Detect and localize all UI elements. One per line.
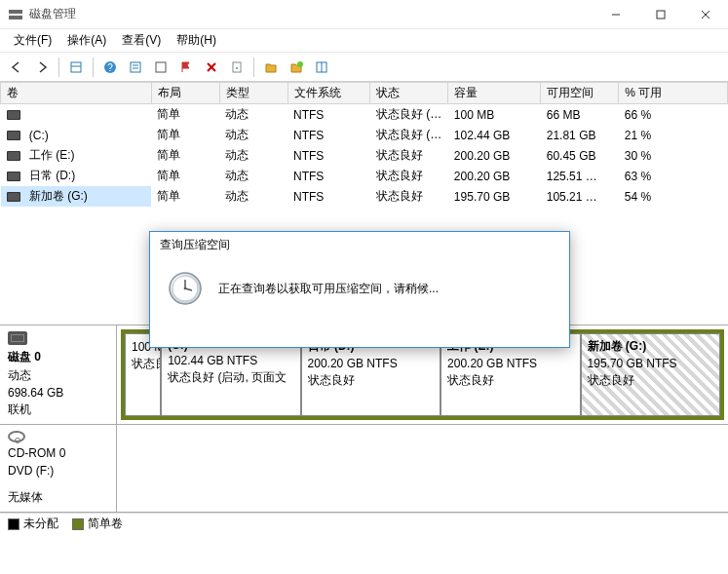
menubar: 文件(F) 操作(A) 查看(V) 帮助(H) [0, 29, 728, 53]
volume-icon [7, 172, 20, 181]
legend-unallocated: 未分配 [8, 516, 58, 532]
svg-text:?: ? [107, 62, 113, 73]
back-button[interactable] [6, 57, 27, 78]
partition-status: 状态良好 (启动, 页面文 [168, 369, 293, 386]
partition-size: 200.20 GB NTFS [447, 357, 573, 370]
dialog-message: 正在查询卷以获取可用压缩空间，请稍候... [218, 281, 439, 297]
svg-point-17 [236, 67, 238, 69]
partition-status: 状态良好 [447, 372, 573, 389]
table-row[interactable]: 工作 (E:)简单动态NTFS状态良好200.20 GB60.45 GB30 % [1, 145, 728, 166]
table-row[interactable]: 新加卷 (G:)简单动态NTFS状态良好195.70 GB105.21 …54 … [1, 186, 728, 207]
col-volume[interactable]: 卷 [1, 83, 152, 104]
partition-title: 新加卷 (G:) [588, 338, 713, 355]
table-row[interactable]: 日常 (D:)简单动态NTFS状态良好200.20 GB125.51 …63 % [1, 166, 728, 186]
svg-rect-13 [156, 62, 166, 72]
partition-size: 195.70 GB NTFS [588, 357, 713, 370]
cdrom-info[interactable]: CD-ROM 0 DVD (F:) 无媒体 [0, 425, 117, 512]
legend-simple-volume: 简单卷 [72, 516, 123, 532]
flag-button[interactable] [175, 57, 197, 78]
disk-0-title: 磁盘 0 [8, 349, 108, 365]
close-button[interactable] [683, 0, 728, 29]
layout-button[interactable] [311, 57, 332, 78]
volume-icon [7, 192, 20, 202]
cdrom-icon [8, 431, 25, 442]
app-icon [8, 7, 23, 22]
help-button[interactable]: ? [99, 57, 121, 78]
cdrom-title: CD-ROM 0 [8, 446, 108, 460]
col-status[interactable]: 状态 [370, 83, 448, 104]
window-title: 磁盘管理 [29, 6, 76, 22]
menu-file[interactable]: 文件(F) [6, 30, 59, 51]
disk-0-type: 动态 [8, 367, 108, 384]
clock-icon [168, 271, 203, 306]
toolbar: ? [0, 53, 728, 82]
svg-rect-3 [657, 11, 665, 19]
open-button[interactable] [260, 57, 282, 78]
disk-0-size: 698.64 GB [8, 386, 108, 400]
partition-size: 102.44 GB NTFS [168, 354, 293, 367]
volume-icon [7, 151, 20, 161]
table-row[interactable]: (C:)简单动态NTFS状态良好 (…102.44 GB21.81 GB21 % [1, 125, 728, 145]
cdrom-state: 无媒体 [8, 489, 108, 506]
disk-0-info[interactable]: 磁盘 0 动态 698.64 GB 联机 [0, 325, 117, 424]
svg-rect-10 [131, 62, 140, 72]
col-free[interactable]: 可用空间 [541, 83, 619, 104]
cdrom-sub: DVD (F:) [8, 464, 108, 478]
list-button[interactable] [125, 57, 146, 78]
partition[interactable]: 新加卷 (G:)195.70 GB NTFS状态良好 [581, 333, 720, 416]
svg-point-18 [297, 61, 303, 67]
table-row[interactable]: 简单动态NTFS状态良好 (…100 MB66 MB66 % [1, 104, 728, 126]
volume-icon [7, 131, 20, 140]
partition-size: 200.20 GB NTFS [308, 357, 434, 370]
views-button[interactable] [65, 57, 87, 78]
col-pct[interactable]: % 可用 [619, 83, 728, 104]
table-header: 卷 布局 类型 文件系统 状态 容量 可用空间 % 可用 [1, 83, 728, 104]
partition-status: 状态良好 [308, 372, 434, 389]
menu-action[interactable]: 操作(A) [59, 30, 114, 51]
cdrom-pane: CD-ROM 0 DVD (F:) 无媒体 [0, 425, 728, 513]
menu-help[interactable]: 帮助(H) [169, 30, 224, 51]
graphical-view: 磁盘 0 动态 698.64 GB 联机 100 M状态良(C:)102.44 … [0, 325, 728, 534]
window-titlebar: 磁盘管理 [0, 0, 728, 29]
svg-point-25 [184, 287, 187, 290]
volume-icon [7, 110, 20, 120]
disk-icon [8, 331, 27, 345]
new-button[interactable] [286, 57, 307, 78]
disk-0-state: 联机 [8, 402, 108, 418]
maximize-button[interactable] [638, 0, 683, 29]
table-body: 简单动态NTFS状态良好 (…100 MB66 MB66 % (C:)简单动态N… [1, 104, 728, 208]
col-type[interactable]: 类型 [219, 83, 287, 104]
col-fs[interactable]: 文件系统 [287, 83, 370, 104]
query-shrink-dialog: 查询压缩空间 正在查询卷以获取可用压缩空间，请稍候... [149, 231, 570, 348]
partition-status: 状态良好 [588, 372, 713, 389]
delete-button[interactable] [201, 57, 222, 78]
menu-view[interactable]: 查看(V) [114, 30, 169, 51]
svg-rect-6 [71, 62, 81, 72]
legend: 未分配 简单卷 [0, 513, 728, 534]
col-layout[interactable]: 布局 [151, 83, 219, 104]
partition-status: 状态良 [132, 356, 154, 372]
forward-button[interactable] [31, 57, 53, 78]
properties-button[interactable] [226, 57, 248, 78]
svg-rect-1 [9, 16, 22, 19]
refresh-button[interactable] [150, 57, 172, 78]
col-capacity[interactable]: 容量 [448, 83, 541, 104]
svg-rect-0 [9, 10, 22, 14]
dialog-title: 查询压缩空间 [150, 232, 569, 257]
minimize-button[interactable] [594, 0, 638, 29]
